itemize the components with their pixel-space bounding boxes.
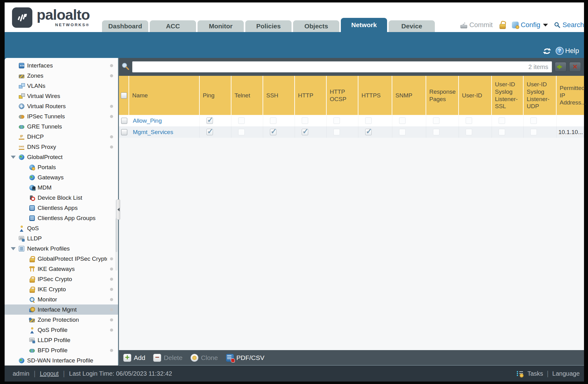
vlans-icon <box>19 83 24 89</box>
apply-filter-button[interactable] <box>555 62 566 72</box>
select-all-checkbox[interactable] <box>121 92 127 99</box>
tab-objects[interactable]: Objects <box>293 20 339 32</box>
unchecked-checkbox-icon <box>499 129 505 135</box>
commit-button[interactable]: Commit <box>460 21 493 29</box>
col-ssh[interactable]: SSH <box>263 76 295 115</box>
add-button[interactable]: Add <box>123 354 145 362</box>
lock-icon[interactable] <box>499 21 506 29</box>
sidebar-item-interface-mgmt[interactable]: Interface Mgmt <box>5 304 118 315</box>
splitter-handle[interactable] <box>116 199 120 220</box>
sidebar-item-label: DHCP <box>27 133 44 140</box>
language-button[interactable]: Language <box>552 370 580 377</box>
check-ssh: ✓ <box>263 126 295 138</box>
sidebar-item-lldp[interactable]: LLDP <box>5 233 118 243</box>
interfaces-icon <box>19 63 24 68</box>
sidebar-item-ike-gateways[interactable]: IKE Gateways <box>5 264 118 274</box>
tab-acc[interactable]: ACC <box>150 20 196 32</box>
col-http[interactable]: HTTP <box>295 76 327 115</box>
tasks-button[interactable]: Tasks <box>527 370 543 377</box>
sidebar-item-ipsec-tunnels[interactable]: IPSec Tunnels <box>5 111 118 121</box>
sidebar-item-bfd-profile[interactable]: BFD Profile <box>5 345 118 355</box>
tab-network[interactable]: Network <box>341 18 387 32</box>
unchecked-checkbox-icon <box>399 129 406 135</box>
sidebar-item-monitor[interactable]: Monitor <box>5 294 118 304</box>
col-https[interactable]: HTTPS <box>358 76 392 115</box>
sidebar-item-sd-wan-interface-profile[interactable]: SD-WAN Interface Profile <box>5 355 118 366</box>
table-row[interactable]: Mgmt_Services✓✓✓✓10.1.10... <box>119 126 584 138</box>
sidebar-item-label: Device Block List <box>38 194 82 201</box>
sidebar-item-gateways[interactable]: Gateways <box>5 172 118 182</box>
col-response-pages[interactable]: Response Pages <box>426 76 459 115</box>
delete-button[interactable]: Delete <box>153 354 182 362</box>
sidebar-item-virtual-routers[interactable]: Virtual Routers <box>5 101 118 111</box>
sidebar-item-interfaces[interactable]: Interfaces <box>5 60 118 71</box>
unchecked-checkbox-icon <box>399 117 406 124</box>
sidebar-item-label: VLANs <box>27 83 45 89</box>
sidebar-splitter[interactable] <box>118 58 119 366</box>
sidebar-item-label: Virtual Routers <box>27 103 66 110</box>
sidebar-item-ike-crypto[interactable]: IKE Crypto <box>5 284 118 294</box>
row-checkbox[interactable] <box>121 129 127 135</box>
top-header: paloalto NETWORKS® DashboardACCMonitorPo… <box>5 2 584 32</box>
config-menu[interactable]: Config <box>512 21 548 29</box>
divider: | <box>547 370 549 378</box>
col-name[interactable]: Name <box>129 76 200 115</box>
name-link[interactable]: Mgmt_Services <box>133 129 173 136</box>
logout-link[interactable]: Logout <box>40 370 59 377</box>
search-button[interactable]: Search <box>554 21 584 29</box>
check-http-ocsp <box>327 115 358 126</box>
refresh-button[interactable] <box>543 47 551 55</box>
filter-input[interactable] <box>132 61 552 72</box>
clear-filter-button[interactable]: × <box>569 62 581 72</box>
sidebar-item-virtual-wires[interactable]: Virtual Wires <box>5 91 118 101</box>
sidebar-item-globalprotect[interactable]: GlobalProtect <box>5 152 118 162</box>
sidebar-item-mdm[interactable]: MDM <box>5 182 118 193</box>
sidebar-item-dns-proxy[interactable]: DNS Proxy <box>5 142 118 152</box>
sidebar-item-portals[interactable]: Portals <box>5 162 118 172</box>
sidebar-item-device-block-list[interactable]: Device Block List <box>5 193 118 203</box>
expander-icon[interactable] <box>11 156 16 159</box>
sidebar-item-clientless-apps[interactable]: Clientless Apps <box>5 203 118 213</box>
tab-policies[interactable]: Policies <box>245 20 292 32</box>
pdf-csv-button[interactable]: PDF/CSV <box>226 354 264 362</box>
col-snmp[interactable]: SNMP <box>392 76 426 115</box>
table-row[interactable]: Allow_Ping✓ <box>119 115 584 126</box>
tab-device[interactable]: Device <box>389 20 435 32</box>
brand-subtitle: NETWORKS® <box>55 22 90 27</box>
check-snmp <box>392 115 426 126</box>
sidebar-item-clientless-app-groups[interactable]: Clientless App Groups <box>5 213 118 223</box>
tab-monitor[interactable]: Monitor <box>198 20 244 32</box>
sidebar-item-network-profiles[interactable]: Network Profiles <box>5 243 118 254</box>
sidebar-item-zone-protection[interactable]: Zone Protection <box>5 315 118 325</box>
sidebar-item-globalprotect-ipsec-crypto[interactable]: GlobalProtect IPSec Crypto <box>5 254 118 264</box>
tab-dashboard[interactable]: Dashboard <box>102 20 148 32</box>
clone-button[interactable]: Clone <box>190 354 218 362</box>
check-user-id-syslog-listener-udp <box>524 115 557 126</box>
col-permitted-ip-address[interactable]: Permitted IP Address... <box>557 76 584 115</box>
chevron-down-icon <box>543 24 548 27</box>
name-link[interactable]: Allow_Ping <box>133 117 162 124</box>
expander-icon[interactable] <box>11 247 16 250</box>
bfd-profile-icon <box>29 349 35 353</box>
col-user-id-syslog-listener-ssl[interactable]: User-ID Syslog Listener-SSL <box>492 76 524 115</box>
sidebar-item-dhcp[interactable]: DHCP <box>5 132 118 142</box>
col-user-id[interactable]: User-ID <box>459 76 492 115</box>
row-checkbox[interactable] <box>121 118 127 124</box>
sidebar-item-ipsec-crypto[interactable]: IPSec Crypto <box>5 274 118 284</box>
sidebar-item-lldp-profile[interactable]: LLDP Profile <box>5 335 118 345</box>
help-button[interactable]: ? Help <box>556 47 579 55</box>
col-ping[interactable]: Ping <box>200 76 231 115</box>
lldp-profile-icon <box>29 337 35 343</box>
status-dot <box>110 74 113 77</box>
sidebar-item-gre-tunnels[interactable]: GRE Tunnels <box>5 121 118 132</box>
sidebar-item-vlans[interactable]: VLANs <box>5 81 118 91</box>
status-dot <box>110 257 113 260</box>
sidebar-item-zones[interactable]: Zones <box>5 71 118 81</box>
col-user-id-syslog-listener-udp[interactable]: User-ID Syslog Listener-UDP <box>524 76 557 115</box>
pdf-csv-icon <box>226 354 234 362</box>
check-glyph: ✓ <box>302 127 308 136</box>
sidebar-item-qos[interactable]: QoS <box>5 223 118 233</box>
col-http-ocsp[interactable]: HTTP OCSP <box>327 76 358 115</box>
sidebar-item-qos-profile[interactable]: QoS Profile <box>5 325 118 335</box>
col-telnet[interactable]: Telnet <box>231 76 263 115</box>
